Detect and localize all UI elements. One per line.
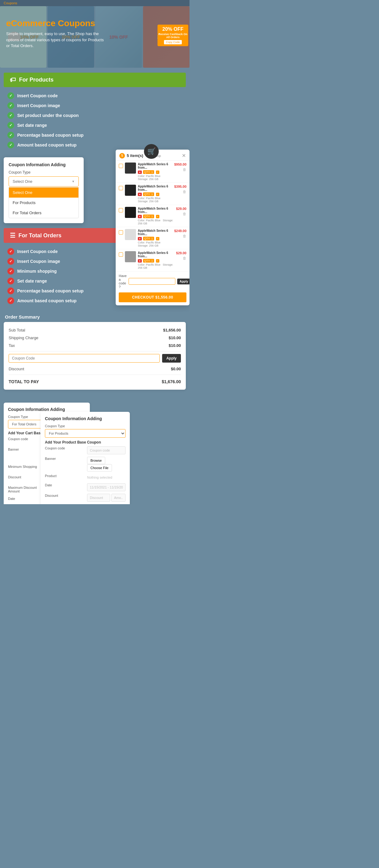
products-feature-5-text: Percentage based coupon setup: [17, 133, 84, 137]
cart-item-meta-2: Color: Pacific Blue Storage: 256 GB: [138, 197, 172, 203]
form-front-coupon-label-col: Coupon code: [45, 446, 83, 454]
dropdown-menu: Select One For Products For Total Orders: [9, 187, 79, 218]
cart-item-delete-2[interactable]: 🗑: [174, 190, 186, 194]
form-front-date-input[interactable]: [87, 483, 126, 491]
cart-item-price-col-2: $395.00 🗑: [174, 185, 186, 194]
cart-item-checkbox-4[interactable]: [119, 230, 123, 235]
cart-item-price-2: $395.00: [174, 185, 186, 188]
cart-item-1: AppleWatch Series 6 from... ● QTY: 1 + C…: [116, 161, 189, 183]
cart-qty-3: QTY: 1: [143, 215, 154, 218]
cart-item-checkbox-1[interactable]: [119, 164, 123, 168]
cart-item-name-5: AppleWatch Series 6 from...: [138, 251, 174, 258]
cart-color-dot-4: ●: [138, 237, 142, 240]
dropdown-option-for-products[interactable]: For Products: [9, 197, 78, 208]
cart-color-dot-3: ●: [138, 215, 142, 218]
cart-item-img-2: [125, 185, 136, 196]
order-coupon-apply-button[interactable]: Apply: [162, 354, 181, 363]
form-front-product-label: Product: [45, 474, 83, 478]
red-check-icon-6: ✓: [7, 297, 14, 304]
form-front-discount-row: Discount: [45, 494, 126, 502]
products-feature-list: ✓ Insert Coupon code ✓ Insert Coupon ima…: [0, 91, 189, 155]
orders-feature-3-text: Minimum shopping: [17, 269, 57, 274]
cart-qty-5: QTY: 1: [143, 259, 154, 262]
cart-coupon-input[interactable]: [129, 278, 175, 285]
products-feature-2: ✓ Insert Coupon image: [7, 101, 182, 111]
form-front-banner-label-col: Banner: [45, 457, 83, 471]
form-front-type-label: Coupon Type: [45, 424, 126, 428]
cart-item-info-5: AppleWatch Series 6 from... ● QTY: 1 + C…: [138, 251, 174, 269]
for-products-header: 🏷 For Products: [4, 73, 186, 87]
cart-qty-plus-4[interactable]: +: [156, 237, 159, 240]
cart-items-count: 5 item(s): [127, 153, 143, 158]
hero-subtitle: Simple to implement, easy to use, The Sh…: [6, 31, 104, 49]
cart-item-name-3: AppleWatch Series 6 from...: [138, 207, 174, 214]
form-front-date-label: Date: [45, 483, 83, 487]
cart-checkout-button[interactable]: CHECKOUT $1,556.00: [119, 292, 186, 302]
cart-close-button[interactable]: ✕: [182, 153, 186, 158]
cart-item-img-4: [125, 229, 136, 240]
form-back-min-label-col: Minimum Shopping: [8, 465, 45, 473]
red-check-icon-1: ✓: [7, 248, 14, 255]
form-front-product-label-col: Product: [45, 474, 83, 481]
cart-item-price-3: $29.00: [176, 207, 186, 211]
form-back-date-label: Date: [8, 497, 45, 500]
top-bar-coupons-label: Coupons: [4, 1, 17, 5]
shipping-value: $10.00: [168, 336, 181, 340]
cart-item-checkbox-2[interactable]: [119, 186, 123, 190]
form-back-title: Coupon Information Adding: [8, 407, 86, 412]
big-coupon-pct: 20% OFF: [162, 27, 183, 32]
form-front-coupon-code-input[interactable]: [87, 446, 126, 454]
orders-icon: ☰: [10, 232, 15, 239]
order-coupon-input[interactable]: [9, 354, 160, 363]
cart-qty-plus-2[interactable]: +: [156, 193, 159, 196]
cart-item-info-4: AppleWatch Series 6 from... ● QTY: 1 + C…: [138, 229, 172, 247]
form-back-date-label-col: Date: [8, 497, 45, 504]
form-front-discount-inputs-col: [87, 494, 126, 502]
big-coupon-copy-btn[interactable]: Copy Code: [164, 40, 182, 44]
cart-item-delete-1[interactable]: 🗑: [174, 167, 186, 172]
cart-qty-plus-1[interactable]: +: [156, 170, 159, 174]
dropdown-option-select-one[interactable]: Select One: [9, 187, 78, 197]
coupon-type-select[interactable]: Select One ▼: [9, 176, 79, 187]
cart-item-name-4: AppleWatch Series 6 from...: [138, 229, 172, 236]
form-front-amount-input[interactable]: [112, 494, 126, 502]
products-feature-4-text: Set date range: [17, 123, 47, 128]
big-coupon-card: 20% OFF Receive Cashback On All Orders C…: [158, 25, 188, 46]
cart-item-delete-5[interactable]: 🗑: [176, 256, 186, 260]
check-icon-2: ✓: [7, 102, 14, 109]
order-summary-card: Sub Total $1,656.00 Shipping Charge $10.…: [4, 322, 186, 390]
red-check-icon-2: ✓: [7, 258, 14, 265]
form-front-discount-input[interactable]: [87, 494, 110, 502]
form-back-min-shopping-label: Minimum Shopping: [8, 465, 45, 468]
cart-qty-plus-5[interactable]: +: [156, 259, 159, 262]
cart-item-img-5: [125, 251, 136, 262]
form-front-date-row: Date: [45, 483, 126, 491]
check-icon-1: ✓: [7, 92, 14, 99]
cart-item-info-1: AppleWatch Series 6 from... ● QTY: 1 + C…: [138, 162, 172, 181]
cart-apply-button[interactable]: Apply: [177, 279, 189, 284]
check-icon-3: ✓: [7, 112, 14, 119]
total-label: TOTAL TO PAY: [9, 379, 39, 384]
dropdown-option-for-total-orders[interactable]: For Total Orders: [9, 208, 78, 218]
cart-item-info-2: AppleWatch Series 6 from... ● QTY: 1 + C…: [138, 185, 172, 203]
cart-item-delete-3[interactable]: 🗑: [176, 212, 186, 216]
form-front-coupon-code-label: Coupon code: [45, 446, 83, 450]
products-feature-2-text: Insert Coupon image: [17, 103, 60, 108]
form-front-type-col: Coupon Type For Products: [45, 424, 126, 438]
dropdown-label: Coupon Type: [9, 170, 79, 175]
cart-count-badge: 5: [119, 153, 125, 158]
cart-item-checkbox-3[interactable]: [119, 208, 123, 212]
select-placeholder: Select One: [12, 179, 32, 184]
shipping-row: Shipping Charge $10.00: [9, 334, 181, 342]
cart-icon-circle[interactable]: 🛒: [144, 144, 159, 159]
cart-item-price-1: $950.00: [174, 162, 186, 166]
cart-item-delete-4[interactable]: 🗑: [174, 234, 186, 238]
cart-item-checkbox-5[interactable]: [119, 252, 123, 257]
cart-item-img-3: [125, 207, 136, 218]
form-front-browse-button[interactable]: Browse: [87, 457, 105, 464]
cart-qty-plus-3[interactable]: +: [156, 215, 159, 218]
cart-item-price-col-4: $249.00 🗑: [174, 229, 186, 238]
form-front-choose-button[interactable]: Choose File: [87, 464, 112, 471]
hero-title-ecommerce: eCommerce: [6, 19, 58, 28]
form-front-type-select[interactable]: For Products: [45, 429, 126, 438]
